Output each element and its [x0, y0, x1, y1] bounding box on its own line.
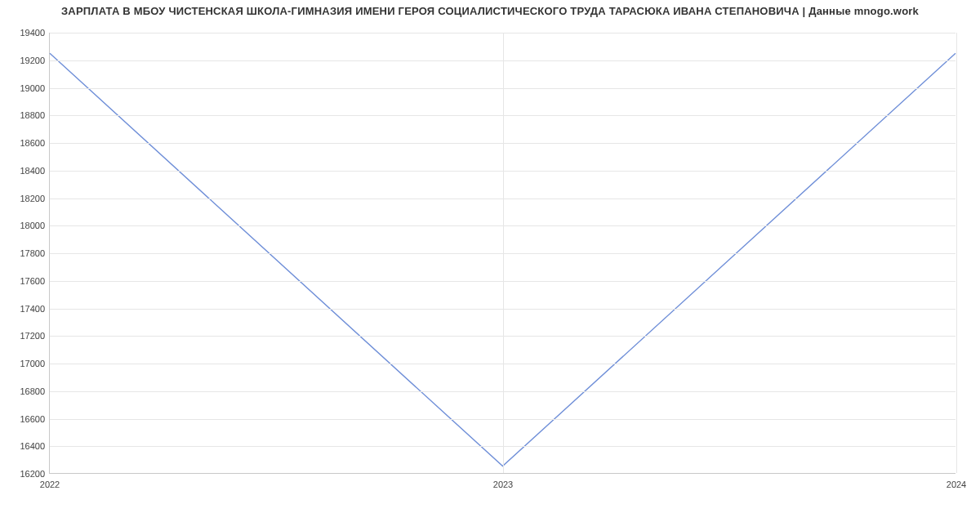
line-chart: ЗАРПЛАТА В МБОУ ЧИСТЕНСКАЯ ШКОЛА-ГИМНАЗИ…	[0, 0, 980, 506]
y-tick-label: 18400	[20, 166, 50, 176]
y-tick-label: 17800	[20, 248, 50, 258]
gridline-vertical	[503, 33, 504, 473]
x-tick-label: 2023	[493, 480, 513, 489]
y-tick-label: 17600	[20, 276, 50, 286]
y-tick-label: 18000	[20, 221, 50, 230]
y-tick-label: 17000	[20, 359, 50, 368]
y-tick-label: 17200	[20, 331, 50, 341]
y-tick-label: 16800	[20, 386, 50, 396]
y-tick-label: 18600	[20, 138, 50, 148]
chart-title: ЗАРПЛАТА В МБОУ ЧИСТЕНСКАЯ ШКОЛА-ГИМНАЗИ…	[0, 5, 980, 17]
y-tick-label: 19000	[20, 83, 50, 93]
y-tick-label: 17400	[20, 304, 50, 314]
y-tick-label: 18800	[20, 110, 50, 120]
y-tick-label: 19200	[20, 56, 50, 65]
x-tick-label: 2022	[40, 480, 60, 489]
x-tick-label: 2024	[947, 480, 966, 489]
plot-area: 1620016400166001680017000172001740017600…	[49, 33, 956, 474]
y-tick-label: 19400	[20, 28, 50, 38]
y-tick-label: 16200	[20, 469, 50, 479]
y-tick-label: 16400	[20, 441, 50, 451]
y-tick-label: 18200	[20, 194, 50, 203]
y-tick-label: 16600	[20, 414, 50, 424]
gridline-vertical	[956, 33, 957, 473]
